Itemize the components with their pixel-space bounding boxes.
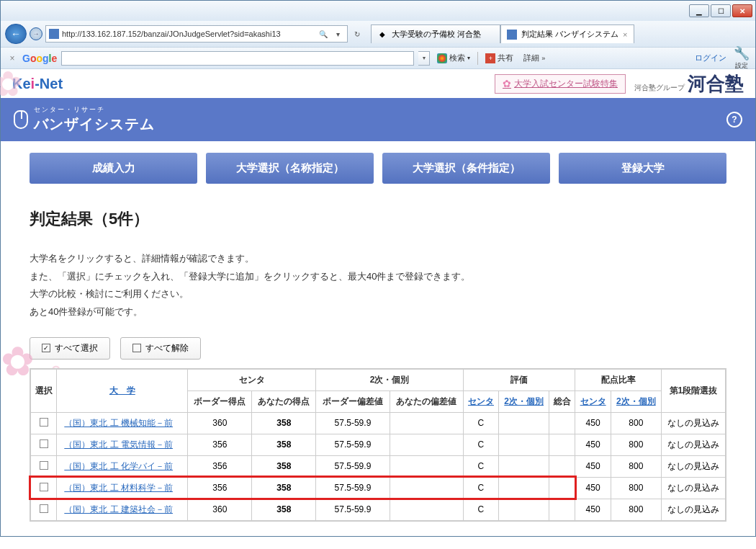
- page-content: ✿ Kei-Net ✿大学入試センター試験特集 河合塾グループ 河合塾 センター…: [1, 68, 755, 536]
- row-checkbox-cell[interactable]: [30, 434, 57, 455]
- row-eval-center: C: [463, 412, 498, 434]
- center-exam-feature-link[interactable]: ✿大学入試センター試験特集: [495, 74, 626, 94]
- th-ratio-center[interactable]: センタ: [575, 390, 611, 412]
- tab-0[interactable]: ◆ 大学受験の予備校 河合塾: [371, 24, 500, 43]
- tools-icon[interactable]: ✲: [737, 28, 745, 40]
- tab-favicon-icon: [507, 30, 517, 40]
- site-header: ✿ Kei-Net ✿大学入試センター試験特集 河合塾グループ 河合塾: [1, 69, 755, 98]
- row-checkbox-cell[interactable]: [30, 412, 57, 434]
- row-checkbox-cell[interactable]: [30, 455, 57, 477]
- window-minimize-button[interactable]: [689, 4, 709, 17]
- checkbox-icon: [40, 504, 48, 513]
- favorites-icon[interactable]: ★: [723, 28, 732, 40]
- help-button[interactable]: ?: [726, 112, 742, 128]
- back-button[interactable]: ←: [5, 24, 27, 44]
- select-all-button[interactable]: ✓すべて選択: [30, 337, 110, 360]
- row-univ-cell: （国）東北 工 機械知能－前: [57, 412, 188, 434]
- tab-strip: ◆ 大学受験の予備校 河合塾 判定結果 バンザイシステム ×: [371, 24, 710, 43]
- divider: [477, 52, 478, 65]
- row-checkbox-cell[interactable]: [30, 499, 57, 521]
- row-ratio-second: 800: [611, 412, 661, 434]
- row-second-your: [390, 499, 463, 521]
- tab-title: 判定結果 バンザイシステム: [521, 29, 618, 40]
- row-second-your: [390, 477, 463, 499]
- th-eval-second[interactable]: 2次・個別: [499, 390, 549, 412]
- univ-link[interactable]: （国）東北 工 化学バイ－前: [64, 461, 173, 471]
- row-stage1: なしの見込み: [661, 455, 726, 477]
- google-settings-button[interactable]: 🔧 設定: [734, 45, 750, 71]
- forward-button[interactable]: →: [30, 27, 42, 40]
- google-search-dropdown[interactable]: ▾: [418, 51, 430, 66]
- row-stage1: なしの見込み: [661, 477, 726, 499]
- row-second-border: 57.5-59.9: [316, 412, 390, 434]
- row-center-border: 356: [188, 455, 252, 477]
- results-table-wrap: 選択 大 学 センタ 2次・個別 評価 配点比率 第1段階選抜 ボーダー得点 あ…: [30, 368, 726, 522]
- table-row: （国）東北 工 材料科学－前35635857.5-59.9C450800なしの見…: [30, 477, 726, 499]
- toolbar-close-icon[interactable]: ×: [6, 53, 18, 64]
- search-dropdown-icon[interactable]: 🔍: [317, 27, 330, 40]
- th-eval-center[interactable]: センタ: [463, 390, 498, 412]
- google-login-link[interactable]: ログイン: [695, 53, 726, 63]
- th-second-your: あなたの偏差値: [390, 390, 463, 412]
- row-eval-second: [499, 477, 549, 499]
- th-ratio-second[interactable]: 2次・個別: [611, 390, 661, 412]
- th-center-group: センタ: [188, 369, 316, 391]
- th-stage1: 第1段階選抜: [661, 369, 726, 413]
- row-ratio-second: 800: [611, 499, 661, 521]
- univ-link[interactable]: （国）東北 工 電気情報－前: [64, 439, 173, 450]
- nav-registered[interactable]: 登録大学: [559, 153, 726, 184]
- row-ratio-center: 450: [575, 499, 611, 521]
- google-search-button[interactable]: 検索▾: [434, 53, 473, 63]
- row-eval-second: [499, 499, 549, 521]
- window-maximize-button[interactable]: [711, 4, 731, 17]
- row-center-your: 358: [252, 499, 316, 521]
- th-select: 選択: [30, 369, 57, 413]
- nav-univ-by-name[interactable]: 大学選択（名称指定）: [206, 153, 374, 184]
- kawaijuku-brand: 河合塾グループ 河合塾: [634, 71, 744, 97]
- table-row: （国）東北 工 化学バイ－前35635857.5-59.9C450800なしの見…: [30, 455, 726, 477]
- th-univ[interactable]: 大 学: [57, 369, 188, 413]
- row-stage1: なしの見込み: [661, 434, 726, 455]
- row-univ-cell: （国）東北 工 化学バイ－前: [57, 455, 188, 477]
- home-icon[interactable]: ⌂: [713, 28, 719, 40]
- google-logo: Google: [22, 53, 57, 64]
- row-checkbox-cell[interactable]: [30, 477, 57, 499]
- instructions: 大学名をクリックすると、詳細情報が確認できます。 また、「選択」にチェックを入れ…: [30, 250, 726, 321]
- nav-score-input[interactable]: 成績入力: [30, 153, 197, 184]
- row-center-your: 358: [252, 434, 316, 455]
- nav-univ-by-cond[interactable]: 大学選択（条件指定）: [382, 153, 550, 184]
- checkbox-icon: [40, 483, 48, 491]
- row-eval-total: [549, 477, 575, 499]
- row-second-your: [390, 434, 463, 455]
- tab-close-icon[interactable]: ×: [623, 30, 627, 39]
- checkbox-checked-icon: ✓: [42, 344, 50, 352]
- google-detail-button[interactable]: 詳細»: [521, 53, 548, 63]
- keinet-logo[interactable]: Kei-Net: [12, 76, 63, 92]
- search-icon: [437, 53, 447, 63]
- deselect-all-button[interactable]: すべて解除: [120, 337, 201, 360]
- row-eval-second: [499, 412, 549, 434]
- row-eval-second: [499, 434, 549, 455]
- row-center-border: 360: [188, 412, 252, 434]
- row-ratio-second: 800: [611, 434, 661, 455]
- url-input[interactable]: http://133.162.187.152/banzai/JOnJudgeSe…: [45, 25, 348, 43]
- system-title-bar: センター・リサーチ バンザイシステム ?: [1, 98, 755, 141]
- row-eval-center: C: [463, 499, 498, 521]
- google-share-button[interactable]: +共有: [482, 53, 516, 63]
- row-univ-cell: （国）東北 工 材料科学－前: [57, 477, 188, 499]
- univ-link[interactable]: （国）東北 工 機械知能－前: [64, 418, 173, 428]
- url-text: http://133.162.187.152/banzai/JOnJudgeSe…: [62, 30, 281, 38]
- refresh-button[interactable]: ↻: [351, 27, 364, 40]
- row-ratio-center: 450: [575, 455, 611, 477]
- window-titlebar: [1, 1, 755, 21]
- url-dropdown-icon[interactable]: ▾: [331, 27, 344, 40]
- th-center-your: あなたの得点: [252, 390, 316, 412]
- results-table: 選択 大 学 センタ 2次・個別 評価 配点比率 第1段階選抜 ボーダー得点 あ…: [30, 368, 726, 522]
- window-close-button[interactable]: [732, 4, 752, 17]
- univ-link[interactable]: （国）東北 工 材料科学－前: [64, 483, 173, 493]
- univ-link[interactable]: （国）東北 工 建築社会－前: [64, 504, 173, 514]
- th-eval-group: 評価: [463, 369, 575, 391]
- tab-1[interactable]: 判定結果 バンザイシステム ×: [500, 24, 634, 43]
- google-search-input[interactable]: [61, 51, 414, 66]
- row-univ-cell: （国）東北 工 建築社会－前: [57, 499, 188, 521]
